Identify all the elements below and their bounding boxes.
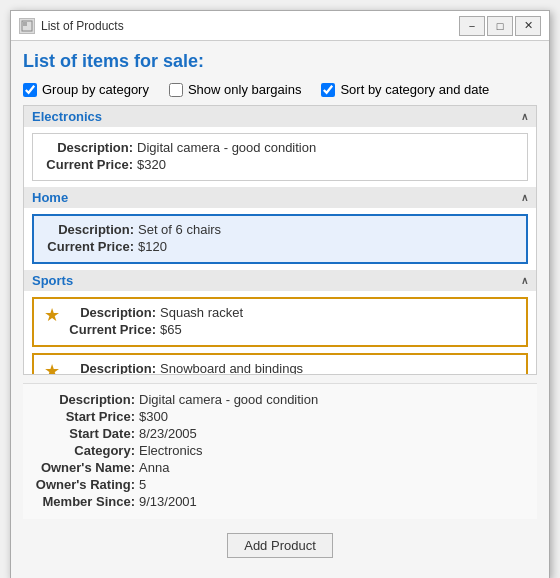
price-value: $320 — [137, 157, 166, 172]
product-details-snowboard: Description: Snowboard and bindings Curr… — [66, 361, 516, 375]
price-label: Current Price: — [43, 157, 133, 172]
sports-collapse-icon[interactable]: ∧ — [521, 275, 528, 286]
detail-start-date-value: 8/23/2005 — [139, 426, 197, 441]
category-name-sports: Sports — [32, 273, 73, 288]
chairs-price-field: Current Price: $120 — [44, 239, 516, 254]
content-area: List of items for sale: Group by categor… — [11, 41, 549, 578]
squash-price-field: Current Price: $65 — [66, 322, 516, 337]
group-by-category-checkbox[interactable]: Group by category — [23, 82, 149, 97]
squash-description-field: Description: Squash racket — [66, 305, 516, 320]
product-row-snowboard: ★ Description: Snowboard and bindings Cu… — [44, 361, 516, 375]
detail-owners-rating-field: Owner's Rating: 5 — [35, 477, 525, 492]
chairs-description-field: Description: Set of 6 chairs — [44, 222, 516, 237]
show-only-bargains-checkbox[interactable]: Show only bargains — [169, 82, 301, 97]
detail-member-since-label: Member Since: — [35, 494, 135, 509]
bargain-star-icon-squash: ★ — [44, 306, 60, 324]
product-item-snowboard[interactable]: ★ Description: Snowboard and bindings Cu… — [32, 353, 528, 375]
add-product-button[interactable]: Add Product — [227, 533, 333, 558]
detail-start-date-label: Start Date: — [35, 426, 135, 441]
minimize-button[interactable]: − — [459, 16, 485, 36]
chairs-price-label: Current Price: — [44, 239, 134, 254]
detail-owners-name-value: Anna — [139, 460, 169, 475]
product-row: Description: Digital camera - good condi… — [43, 140, 517, 174]
group-by-category-input[interactable] — [23, 83, 37, 97]
product-description-field: Description: Digital camera - good condi… — [43, 140, 517, 155]
page-title: List of items for sale: — [23, 51, 537, 72]
squash-description-label: Description: — [66, 305, 156, 320]
category-header-electronics: Electronics ∧ — [24, 106, 536, 127]
home-collapse-icon[interactable]: ∧ — [521, 192, 528, 203]
show-only-bargains-input[interactable] — [169, 83, 183, 97]
sort-by-category-date-input[interactable] — [321, 83, 335, 97]
window-title: List of Products — [41, 19, 124, 33]
product-details-squash: Description: Squash racket Current Price… — [66, 305, 516, 339]
title-bar-left: List of Products — [19, 18, 124, 34]
electronics-collapse-icon[interactable]: ∧ — [521, 111, 528, 122]
detail-category-label: Category: — [35, 443, 135, 458]
product-price-field: Current Price: $320 — [43, 157, 517, 172]
detail-panel: Description: Digital camera - good condi… — [23, 383, 537, 519]
title-bar: List of Products − □ ✕ — [11, 11, 549, 41]
chairs-price-value: $120 — [138, 239, 167, 254]
product-item-chairs[interactable]: Description: Set of 6 chairs Current Pri… — [32, 214, 528, 264]
product-item-squash-racket[interactable]: ★ Description: Squash racket Current Pri… — [32, 297, 528, 347]
close-button[interactable]: ✕ — [515, 16, 541, 36]
snowboard-description-value: Snowboard and bindings — [160, 361, 303, 375]
maximize-button[interactable]: □ — [487, 16, 513, 36]
squash-price-label: Current Price: — [66, 322, 156, 337]
product-item-digital-camera[interactable]: Description: Digital camera - good condi… — [32, 133, 528, 181]
squash-price-value: $65 — [160, 322, 182, 337]
category-header-sports: Sports ∧ — [24, 270, 536, 291]
bargain-star-icon-snowboard: ★ — [44, 362, 60, 375]
detail-start-price-label: Start Price: — [35, 409, 135, 424]
description-value: Digital camera - good condition — [137, 140, 316, 155]
snowboard-description-field: Description: Snowboard and bindings — [66, 361, 516, 375]
product-row-squash: ★ Description: Squash racket Current Pri… — [44, 305, 516, 339]
detail-member-since-value: 9/13/2001 — [139, 494, 197, 509]
window-icon — [19, 18, 35, 34]
detail-category-field: Category: Electronics — [35, 443, 525, 458]
sort-by-category-date-label: Sort by category and date — [340, 82, 489, 97]
category-header-home: Home ∧ — [24, 187, 536, 208]
title-bar-buttons: − □ ✕ — [459, 16, 541, 36]
show-only-bargains-label: Show only bargains — [188, 82, 301, 97]
detail-member-since-field: Member Since: 9/13/2001 — [35, 494, 525, 509]
group-by-category-label: Group by category — [42, 82, 149, 97]
squash-description-value: Squash racket — [160, 305, 243, 320]
detail-owners-name-field: Owner's Name: Anna — [35, 460, 525, 475]
product-details-chairs: Description: Set of 6 chairs Current Pri… — [44, 222, 516, 256]
detail-owners-rating-label: Owner's Rating: — [35, 477, 135, 492]
svg-rect-1 — [23, 22, 27, 26]
controls-row: Group by category Show only bargains Sor… — [23, 82, 537, 97]
detail-start-price-value: $300 — [139, 409, 168, 424]
detail-category-value: Electronics — [139, 443, 203, 458]
detail-owners-name-label: Owner's Name: — [35, 460, 135, 475]
detail-description-label: Description: — [35, 392, 135, 407]
detail-description-field: Description: Digital camera - good condi… — [35, 392, 525, 407]
product-list-container[interactable]: Electronics ∧ Description: Digital camer… — [23, 105, 537, 375]
detail-start-price-field: Start Price: $300 — [35, 409, 525, 424]
product-row-chairs: Description: Set of 6 chairs Current Pri… — [44, 222, 516, 256]
product-details: Description: Digital camera - good condi… — [43, 140, 517, 174]
footer: Add Product — [23, 527, 537, 568]
main-window: List of Products − □ ✕ List of items for… — [10, 10, 550, 578]
category-name-home: Home — [32, 190, 68, 205]
detail-description-value: Digital camera - good condition — [139, 392, 318, 407]
chairs-description-label: Description: — [44, 222, 134, 237]
snowboard-description-label: Description: — [66, 361, 156, 375]
chairs-description-value: Set of 6 chairs — [138, 222, 221, 237]
category-name-electronics: Electronics — [32, 109, 102, 124]
detail-start-date-field: Start Date: 8/23/2005 — [35, 426, 525, 441]
detail-owners-rating-value: 5 — [139, 477, 146, 492]
description-label: Description: — [43, 140, 133, 155]
sort-by-category-date-checkbox[interactable]: Sort by category and date — [321, 82, 489, 97]
